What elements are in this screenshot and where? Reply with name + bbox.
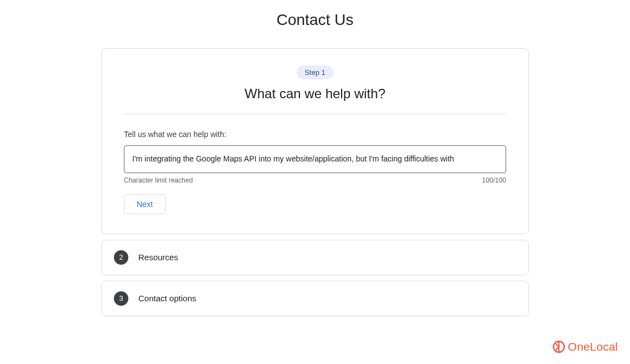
char-limit-message: Character limit reached [124, 176, 193, 184]
next-button[interactable]: Next [124, 194, 166, 214]
page-title: Contact Us [0, 11, 630, 29]
section-label: Resources [138, 252, 178, 262]
onelocal-logo-icon [552, 340, 566, 354]
step-number-icon: 3 [114, 291, 128, 306]
watermark-text: OneLocal [568, 340, 618, 353]
step1-card: Step 1 What can we help with? Tell us wh… [101, 48, 529, 234]
step-badge: Step 1 [297, 65, 333, 79]
section-label: Contact options [138, 294, 196, 303]
section-contact-options[interactable]: 3 Contact options [101, 281, 529, 316]
step-number-icon: 2 [114, 250, 128, 265]
step1-heading: What can we help with? [124, 86, 506, 102]
help-input[interactable] [124, 145, 506, 173]
onelocal-watermark: OneLocal [552, 340, 618, 354]
char-count: 100/100 [482, 176, 506, 184]
divider [124, 114, 506, 114]
help-field-label: Tell us what we can help with: [124, 130, 506, 139]
section-resources[interactable]: 2 Resources [101, 240, 529, 275]
